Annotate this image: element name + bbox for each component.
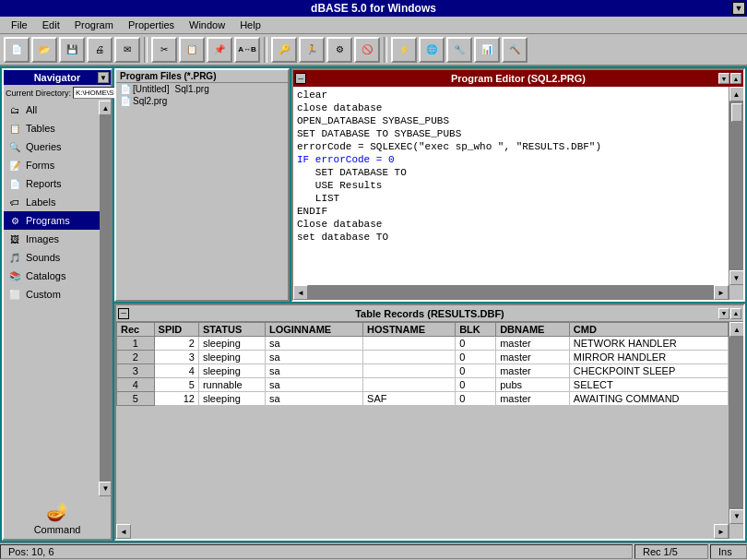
tables-icon: 📋	[7, 121, 22, 136]
cell-host-5: SAF	[363, 392, 456, 406]
toolbar-btn9[interactable]: A↔B	[234, 37, 260, 63]
cell-status-3: sleeping	[198, 364, 265, 378]
prog-file-untitled[interactable]: 📄 [Untitled] Sql1.prg	[116, 83, 288, 95]
col-dbname: DBNAME	[496, 323, 570, 337]
table-scroll-down[interactable]: ▼	[729, 509, 743, 524]
nav-item-reports[interactable]: 📄 Reports	[4, 174, 100, 193]
sql1-tab[interactable]: Sql1.prg	[174, 84, 208, 94]
menu-help[interactable]: Help	[232, 18, 268, 32]
prog-file-sql2[interactable]: 📄 Sql2.prg	[116, 95, 288, 107]
cell-rec-3: 3	[117, 364, 155, 378]
table-maximize-btn[interactable]: ▲	[730, 308, 741, 319]
col-cmd: CMD	[569, 323, 728, 337]
menu-properties[interactable]: Properties	[121, 18, 182, 32]
toolbar-stop[interactable]: 🚫	[354, 37, 380, 63]
table-title-bar: ─ Table Records (RESULTS.DBF) ▼ ▲	[116, 305, 743, 322]
toolbar-btn12[interactable]: ⚙	[326, 37, 352, 63]
editor-scroll-up[interactable]: ▲	[729, 87, 744, 101]
col-rec: Rec	[117, 323, 155, 337]
menu-edit[interactable]: Edit	[35, 18, 67, 32]
toolbar-new[interactable]: 📄	[4, 37, 30, 63]
nav-item-forms[interactable]: 📝 Forms	[4, 156, 100, 174]
cell-rec-1: 1	[117, 337, 155, 351]
cell-spid-4: 5	[154, 378, 198, 392]
toolbar-btn14[interactable]: ⚡	[391, 37, 417, 63]
nav-item-images[interactable]: 🖼 Images	[4, 230, 100, 248]
cell-cmd-1: NETWORK HANDLER	[569, 337, 728, 351]
toolbar-save[interactable]: 💾	[59, 37, 85, 63]
navigator-arrow[interactable]: ▼	[98, 72, 109, 83]
status-bar: Pos: 10, 6 Rec 1/5 Ins	[0, 542, 747, 560]
toolbar-btn18[interactable]: 🔨	[502, 37, 528, 63]
nav-item-tables[interactable]: 📋 Tables	[4, 119, 100, 137]
nav-item-labels[interactable]: 🏷 Labels	[4, 193, 100, 211]
toolbar-btn10[interactable]: 🔑	[271, 37, 297, 63]
editor-scroll-down[interactable]: ▼	[729, 270, 744, 285]
cell-status-4: runnable	[198, 378, 265, 392]
editor-minimize-btn[interactable]: ▼	[718, 73, 729, 84]
cell-blk-3: 0	[456, 364, 496, 378]
table-row[interactable]: 5 12 sleeping sa SAF 0 master AWAITING C…	[117, 392, 729, 406]
program-files-title: Program Files (*.PRG)	[116, 70, 288, 83]
cell-db-2: master	[496, 351, 570, 364]
file-icon-untitled: 📄	[120, 84, 131, 94]
cell-status-5: sleeping	[198, 392, 265, 406]
menu-window[interactable]: Window	[182, 18, 232, 32]
cell-rec-5: 5	[117, 392, 155, 406]
editor-hscroll-right[interactable]: ►	[714, 285, 729, 300]
menu-file[interactable]: File	[4, 18, 35, 32]
cell-cmd-2: MIRROR HANDLER	[569, 351, 728, 364]
table-row[interactable]: 3 4 sleeping sa 0 master CHECKPOINT SLEE…	[117, 364, 729, 378]
toolbar-open[interactable]: 📂	[31, 37, 57, 63]
table-scroll-up[interactable]: ▲	[729, 322, 743, 337]
table-bottom-bar: ◄ ►	[116, 524, 743, 539]
code-line-3: OPEN_DATABASE SYBASE_PUBS	[297, 114, 725, 127]
toolbar-btn16[interactable]: 🔧	[446, 37, 472, 63]
toolbar-cut[interactable]: ✂	[151, 37, 177, 63]
nav-scroll-up[interactable]: ▲	[99, 101, 112, 115]
col-spid: SPID	[154, 323, 198, 337]
editor-vscroll: ▲ ▼	[729, 87, 743, 285]
toolbar-copy[interactable]: 📋	[179, 37, 205, 63]
col-status: STATUS	[198, 323, 265, 337]
editor-control-box[interactable]: ─	[295, 73, 306, 84]
table-minimize-btn[interactable]: ▼	[718, 308, 729, 319]
toolbar-btn15[interactable]: 🌐	[419, 37, 445, 63]
toolbar-btn5[interactable]: ✉	[114, 37, 140, 63]
nav-item-custom[interactable]: ⬜ Custom	[4, 285, 100, 304]
toolbar-paste[interactable]: 📌	[207, 37, 232, 63]
nav-scroll-down[interactable]: ▼	[99, 482, 112, 496]
menu-program[interactable]: Program	[67, 18, 121, 32]
table-hscroll-right[interactable]: ►	[714, 524, 729, 539]
nav-item-catalogs[interactable]: 📚 Catalogs	[4, 267, 100, 285]
editor-hscroll-left[interactable]: ◄	[293, 285, 308, 300]
toolbar-sep3	[384, 37, 387, 63]
table-row[interactable]: 2 3 sleeping sa 0 master MIRROR HANDLER	[117, 351, 729, 364]
table-hscroll-left[interactable]: ◄	[116, 524, 131, 539]
nav-item-all[interactable]: 🗂 All	[4, 101, 100, 119]
nav-item-sounds[interactable]: 🎵 Sounds	[4, 248, 100, 267]
nav-item-programs[interactable]: ⚙ Programs	[4, 211, 100, 230]
toolbar-btn17[interactable]: 📊	[474, 37, 500, 63]
table-control-box[interactable]: ─	[118, 308, 129, 319]
nav-item-queries[interactable]: 🔍 Queries	[4, 137, 100, 156]
navigator-title: Navigator ▼	[4, 70, 111, 85]
cell-status-2: sleeping	[198, 351, 265, 364]
editor-title-bar: ─ Program Editor (SQL2.PRG) ▼ ▲	[293, 70, 743, 87]
toolbar-print[interactable]: 🖨	[87, 37, 113, 63]
title-close-btn[interactable]: ▼	[732, 2, 745, 15]
table-row[interactable]: 1 2 sleeping sa 0 master NETWORK HANDLER	[117, 337, 729, 351]
editor-maximize-btn[interactable]: ▲	[730, 73, 741, 84]
col-blk: BLK	[456, 323, 496, 337]
cell-login-2: sa	[265, 351, 362, 364]
cell-host-1	[363, 337, 456, 351]
table-row[interactable]: 4 5 runnable sa 0 pubs SELECT	[117, 378, 729, 392]
program-files-panel: Program Files (*.PRG) 📄 [Untitled] Sql1.…	[114, 68, 290, 302]
title-bar: dBASE 5.0 for Windows ▼	[0, 0, 747, 17]
sounds-icon: 🎵	[7, 250, 22, 265]
code-line-11: Close database	[297, 218, 725, 231]
code-line-1: clear	[297, 89, 725, 101]
editor-text-area[interactable]: clear close database OPEN_DATABASE SYBAS…	[293, 87, 729, 285]
toolbar-btn11[interactable]: 🏃	[299, 37, 325, 63]
editor-scroll-thumb[interactable]	[731, 103, 742, 122]
